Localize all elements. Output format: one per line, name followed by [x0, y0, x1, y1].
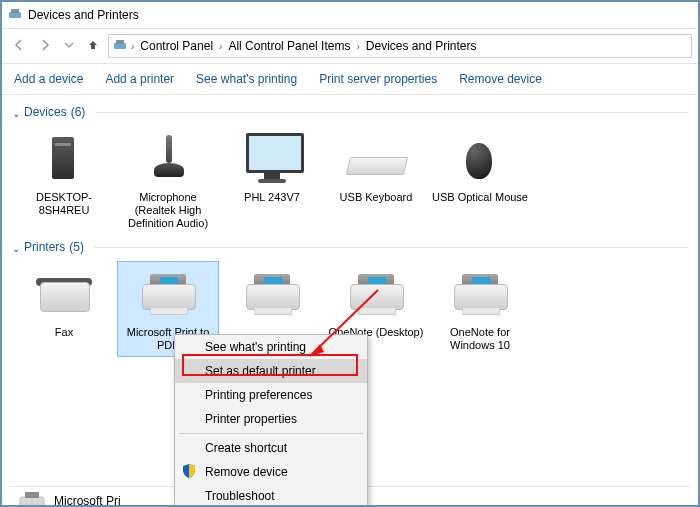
back-button[interactable] — [8, 36, 30, 57]
printer-icon — [240, 266, 304, 322]
chevron-down-icon: ⌄ — [12, 108, 20, 119]
devices-printers-icon — [113, 38, 127, 55]
chevron-right-icon[interactable]: › — [219, 41, 222, 52]
crumb-all-items[interactable]: All Control Panel Items — [226, 39, 352, 53]
printer-label: Fax — [16, 326, 112, 339]
crumb-devices-printers[interactable]: Devices and Printers — [364, 39, 479, 53]
printer-icon — [18, 490, 46, 508]
device-label: Microphone (Realtek High Definition Audi… — [120, 191, 216, 230]
device-label: PHL 243V7 — [224, 191, 320, 204]
devices-printers-icon — [8, 7, 22, 24]
add-printer-button[interactable]: Add a printer — [105, 72, 174, 86]
device-item-mouse[interactable]: USB Optical Mouse — [430, 127, 530, 208]
printer-item[interactable] — [222, 262, 322, 330]
computer-icon — [32, 131, 96, 187]
mouse-icon — [448, 131, 512, 187]
window-title: Devices and Printers — [28, 8, 139, 22]
device-item-keyboard[interactable]: USB Keyboard — [326, 127, 426, 208]
see-whats-printing-button[interactable]: See what's printing — [196, 72, 297, 86]
address-bar[interactable]: › Control Panel › All Control Panel Item… — [108, 34, 692, 58]
menu-create-shortcut[interactable]: Create shortcut — [175, 436, 367, 460]
devices-grid: DESKTOP-8SH4REU Microphone (Realtek High… — [12, 121, 688, 236]
chevron-down-icon: ⌄ — [12, 243, 20, 254]
printer-label: OneNote for Windows 10 — [432, 326, 528, 352]
recent-locations-button[interactable] — [60, 37, 78, 55]
printer-icon — [448, 266, 512, 322]
shield-icon — [181, 463, 197, 479]
menu-separator — [179, 433, 363, 434]
printer-context-menu: See what's printing Set as default print… — [174, 334, 368, 507]
menu-set-as-default-printer[interactable]: Set as default printer — [175, 359, 367, 383]
status-selected-name: Microsoft Pri — [54, 494, 121, 507]
forward-button[interactable] — [34, 36, 56, 57]
microphone-icon — [136, 131, 200, 187]
group-header-devices[interactable]: ⌄ Devices (6) — [12, 105, 688, 119]
printer-icon — [344, 266, 408, 322]
menu-remove-device[interactable]: Remove device — [175, 460, 367, 484]
printer-icon — [136, 266, 200, 322]
device-label: USB Optical Mouse — [432, 191, 528, 204]
add-device-button[interactable]: Add a device — [14, 72, 83, 86]
titlebar: Devices and Printers — [2, 2, 698, 29]
svg-rect-4 — [20, 497, 44, 507]
svg-rect-3 — [116, 40, 124, 44]
window-frame: Devices and Printers › Control Panel › A… — [0, 0, 700, 507]
separator — [94, 247, 688, 248]
group-title: Printers — [24, 240, 65, 254]
remove-device-button[interactable]: Remove device — [459, 72, 542, 86]
command-bar: Add a device Add a printer See what's pr… — [2, 64, 698, 95]
group-header-printers[interactable]: ⌄ Printers (5) — [12, 240, 688, 254]
keyboard-icon — [344, 131, 408, 187]
chevron-right-icon[interactable]: › — [356, 41, 359, 52]
chevron-right-icon[interactable]: › — [131, 41, 134, 52]
device-item-microphone[interactable]: Microphone (Realtek High Definition Audi… — [118, 127, 218, 234]
nav-row: › Control Panel › All Control Panel Item… — [2, 29, 698, 64]
group-count: (6) — [71, 105, 86, 119]
menu-printing-preferences[interactable]: Printing preferences — [175, 383, 367, 407]
up-button[interactable] — [82, 36, 104, 57]
device-item-monitor[interactable]: PHL 243V7 — [222, 127, 322, 208]
printer-item-onenote-desktop[interactable]: OneNote (Desktop) — [326, 262, 426, 343]
print-server-properties-button[interactable]: Print server properties — [319, 72, 437, 86]
device-label: DESKTOP-8SH4REU — [16, 191, 112, 217]
monitor-icon — [240, 131, 304, 187]
printer-item-fax[interactable]: Fax — [14, 262, 114, 343]
group-count: (5) — [69, 240, 84, 254]
crumb-control-panel[interactable]: Control Panel — [138, 39, 215, 53]
menu-label: Remove device — [205, 465, 288, 479]
device-item-desktop[interactable]: DESKTOP-8SH4REU — [14, 127, 114, 221]
separator — [95, 112, 688, 113]
menu-troubleshoot[interactable]: Troubleshoot — [175, 484, 367, 507]
menu-see-whats-printing[interactable]: See what's printing — [175, 335, 367, 359]
group-title: Devices — [24, 105, 67, 119]
svg-rect-1 — [11, 9, 19, 13]
device-label: USB Keyboard — [328, 191, 424, 204]
fax-icon — [32, 266, 96, 322]
printer-item-onenote-win10[interactable]: OneNote for Windows 10 — [430, 262, 530, 356]
menu-printer-properties[interactable]: Printer properties — [175, 407, 367, 431]
svg-rect-5 — [25, 492, 39, 498]
